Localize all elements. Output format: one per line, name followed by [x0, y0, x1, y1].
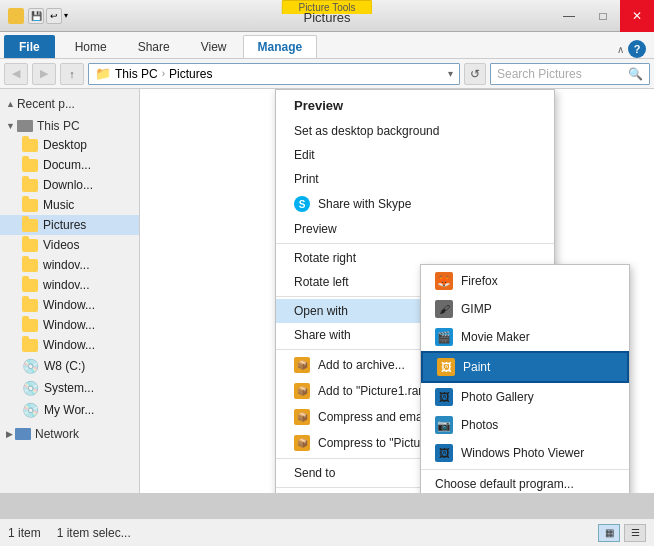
sidebar-item-window3-label: Window... — [43, 338, 95, 352]
help-btn[interactable]: ? — [628, 40, 646, 58]
photoviewer-icon: 🖼 — [435, 444, 453, 462]
minimize-btn[interactable]: — — [552, 0, 586, 32]
submenu-photoviewer[interactable]: 🖼 Windows Photo Viewer — [421, 439, 629, 467]
archive-icon-1: 📦 — [294, 357, 310, 373]
tab-share[interactable]: Share — [123, 35, 185, 58]
ctx-print-label: Print — [294, 172, 319, 186]
sidebar-item-videos-label: Videos — [43, 238, 79, 252]
address-dropdown[interactable]: ▾ — [448, 68, 453, 79]
ctx-edit[interactable]: Edit — [276, 143, 554, 167]
undo-quick-btn[interactable]: ↩ — [46, 8, 62, 24]
sidebar-item-music-label: Music — [43, 198, 74, 212]
sidebar-pc-label: This PC — [37, 119, 80, 133]
search-placeholder: Search Pictures — [497, 67, 624, 81]
drive-icon-c: 💿 — [22, 358, 39, 374]
submenu-choose-default-label: Choose default program... — [435, 477, 574, 491]
window-controls: — □ ✕ — [552, 0, 654, 32]
ctx-open-with-label: Open with — [294, 304, 348, 318]
quick-access-dropdown[interactable]: ▾ — [64, 11, 68, 20]
ctx-rotate-left-label: Rotate left — [294, 275, 349, 289]
folder-icon-videos — [22, 239, 38, 252]
sidebar-item-window3[interactable]: Window... — [0, 335, 139, 355]
refresh-btn[interactable]: ↺ — [464, 63, 486, 85]
sidebar-item-window2[interactable]: Window... — [0, 315, 139, 335]
ctx-header-preview-label: Preview — [294, 98, 343, 113]
submenu-firefox[interactable]: 🦊 Firefox — [421, 267, 629, 295]
firefox-icon: 🦊 — [435, 272, 453, 290]
sidebar-header-pc[interactable]: ▼ This PC — [0, 117, 139, 135]
ctx-preview-label: Preview — [294, 222, 337, 236]
forward-btn[interactable]: ▶ — [32, 63, 56, 85]
title-bar-left: 💾 ↩ ▾ — [0, 8, 552, 24]
address-this-pc: This PC — [115, 67, 158, 81]
sidebar-header-network[interactable]: ▶ Network — [0, 425, 139, 443]
folder-icon-pictures — [22, 219, 38, 232]
submenu-divider — [421, 469, 629, 470]
sidebar-section-pc: ▼ This PC Desktop Docum... Downlo... Mus… — [0, 115, 139, 423]
sidebar-section-recent: ▲ Recent p... — [0, 93, 139, 115]
up-btn[interactable]: ↑ — [60, 63, 84, 85]
content-area: Preview Set as desktop background Edit P… — [140, 89, 654, 493]
ctx-send-to-label: Send to — [294, 466, 335, 480]
submenu-moviemaker-label: Movie Maker — [461, 330, 530, 344]
quick-access-toolbar: 💾 ↩ ▾ — [28, 8, 68, 24]
ctx-edit-label: Edit — [294, 148, 315, 162]
sidebar-header-recent[interactable]: ▲ Recent p... — [0, 95, 139, 113]
submenu-photogallery[interactable]: 🖼 Photo Gallery — [421, 383, 629, 411]
submenu-photos[interactable]: 📷 Photos — [421, 411, 629, 439]
sidebar-item-window1[interactable]: Window... — [0, 295, 139, 315]
submenu-gimp[interactable]: 🖌 GIMP — [421, 295, 629, 323]
sidebar-item-system[interactable]: 💿 System... — [0, 377, 139, 399]
tab-home[interactable]: Home — [60, 35, 122, 58]
tab-file[interactable]: File — [4, 35, 55, 58]
sidebar-item-window2-label: Window... — [43, 318, 95, 332]
main-area: ▲ Recent p... ▼ This PC Desktop Docum...… — [0, 89, 654, 493]
folder-icon-win1 — [22, 259, 38, 272]
ctx-skype[interactable]: S Share with Skype — [276, 191, 554, 217]
app-icon — [8, 8, 24, 24]
view-large-icons-btn[interactable]: ▦ — [598, 524, 620, 542]
address-box[interactable]: 📁 This PC › Pictures ▾ — [88, 63, 460, 85]
close-btn[interactable]: ✕ — [620, 0, 654, 32]
sidebar-item-videos[interactable]: Videos — [0, 235, 139, 255]
submenu-moviemaker[interactable]: 🎬 Movie Maker — [421, 323, 629, 351]
sidebar-item-documents-label: Docum... — [43, 158, 91, 172]
moviemaker-icon: 🎬 — [435, 328, 453, 346]
selected-count: 1 item selec... — [57, 526, 131, 540]
submenu-choose-default[interactable]: Choose default program... — [421, 472, 629, 493]
ribbon-expand-btn[interactable]: ∧ — [617, 44, 624, 55]
ctx-preview[interactable]: Preview — [276, 217, 554, 241]
archive-icon-2: 📦 — [294, 383, 310, 399]
sidebar-item-c-drive[interactable]: 💿 W8 (C:) — [0, 355, 139, 377]
sidebar-recent-label: Recent p... — [17, 97, 75, 111]
sidebar-item-win1-label: windov... — [43, 258, 89, 272]
search-box[interactable]: Search Pictures 🔍 — [490, 63, 650, 85]
submenu-firefox-label: Firefox — [461, 274, 498, 288]
ctx-add-archive-label: Add to archive... — [318, 358, 405, 372]
view-details-btn[interactable]: ☰ — [624, 524, 646, 542]
back-btn[interactable]: ◀ — [4, 63, 28, 85]
sidebar-item-documents[interactable]: Docum... — [0, 155, 139, 175]
sidebar-item-music[interactable]: Music — [0, 195, 139, 215]
submenu-paint-label: Paint — [463, 360, 490, 374]
view-toggles: ▦ ☰ — [598, 524, 646, 542]
sidebar-item-downloads[interactable]: Downlo... — [0, 175, 139, 195]
sidebar-item-pictures[interactable]: Pictures — [0, 215, 139, 235]
pc-icon — [17, 120, 33, 132]
sidebar-item-desktop[interactable]: Desktop — [0, 135, 139, 155]
maximize-btn[interactable]: □ — [586, 0, 620, 32]
sidebar-item-win1[interactable]: windov... — [0, 255, 139, 275]
save-quick-btn[interactable]: 💾 — [28, 8, 44, 24]
folder-icon-music — [22, 199, 38, 212]
tab-view[interactable]: View — [186, 35, 242, 58]
ctx-set-desktop[interactable]: Set as desktop background — [276, 119, 554, 143]
sidebar-item-win2[interactable]: windov... — [0, 275, 139, 295]
tab-manage[interactable]: Manage — [243, 35, 318, 58]
sidebar-item-mywork[interactable]: 💿 My Wor... — [0, 399, 139, 421]
photogallery-icon: 🖼 — [435, 388, 453, 406]
drive-icon-system: 💿 — [22, 380, 39, 396]
folder-icon-win2 — [22, 279, 38, 292]
ctx-print[interactable]: Print — [276, 167, 554, 191]
address-pictures: Pictures — [169, 67, 212, 81]
submenu-paint[interactable]: 🖼 Paint — [421, 351, 629, 383]
